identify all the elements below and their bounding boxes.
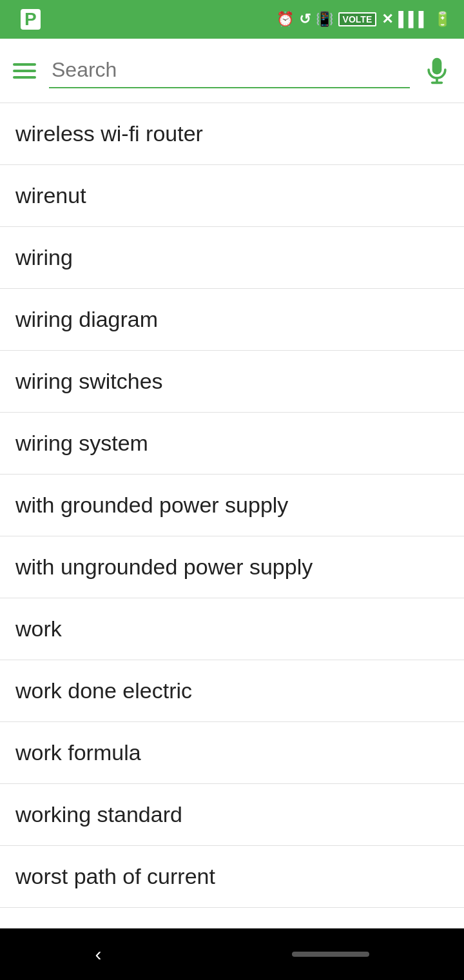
list-item[interactable]: with grounded power supply [0, 475, 464, 536]
battery-icon: 🔋 [434, 11, 451, 28]
list-item[interactable]: wirenut [0, 165, 464, 227]
sync-icon: ↺ [299, 11, 311, 28]
status-icons: ⏰ ↺ 📳 VOLTE ✕ ▌▌▌ 🔋 [276, 11, 451, 28]
back-button[interactable]: ‹ [95, 943, 102, 965]
list-item[interactable]: wiring [0, 227, 464, 289]
list-item[interactable]: with ungrounded power supply [0, 536, 464, 598]
bottom-navigation-bar: ‹ [0, 928, 464, 980]
search-input[interactable] [49, 53, 410, 88]
search-bar [0, 39, 464, 103]
list-item[interactable]: working standard [0, 784, 464, 846]
list-item[interactable]: wiring system [0, 413, 464, 475]
list-item[interactable]: work done electric [0, 660, 464, 722]
list-item[interactable]: wireless wi-fi router [0, 103, 464, 165]
search-results-list: wireless wi-fi routerwirenutwiringwiring… [0, 103, 464, 980]
list-item[interactable]: work formula [0, 722, 464, 784]
list-item[interactable]: worst path of current [0, 846, 464, 908]
parking-icon: P [21, 9, 41, 30]
signal-icon: VOLTE [338, 12, 377, 26]
x-icon: ✕ [382, 11, 393, 28]
status-left: P [13, 9, 41, 30]
status-bar: P ⏰ ↺ 📳 VOLTE ✕ ▌▌▌ 🔋 [0, 0, 464, 39]
home-indicator[interactable] [292, 952, 369, 957]
alarm-icon: ⏰ [276, 11, 294, 28]
list-item[interactable]: wiring diagram [0, 289, 464, 351]
list-item[interactable]: wiring switches [0, 351, 464, 413]
microphone-icon[interactable] [423, 57, 451, 85]
list-item[interactable]: work [0, 598, 464, 660]
network-bars-icon: ▌▌▌ [398, 11, 429, 28]
vibrate-icon: 📳 [316, 11, 333, 28]
hamburger-menu-button[interactable] [13, 63, 36, 79]
